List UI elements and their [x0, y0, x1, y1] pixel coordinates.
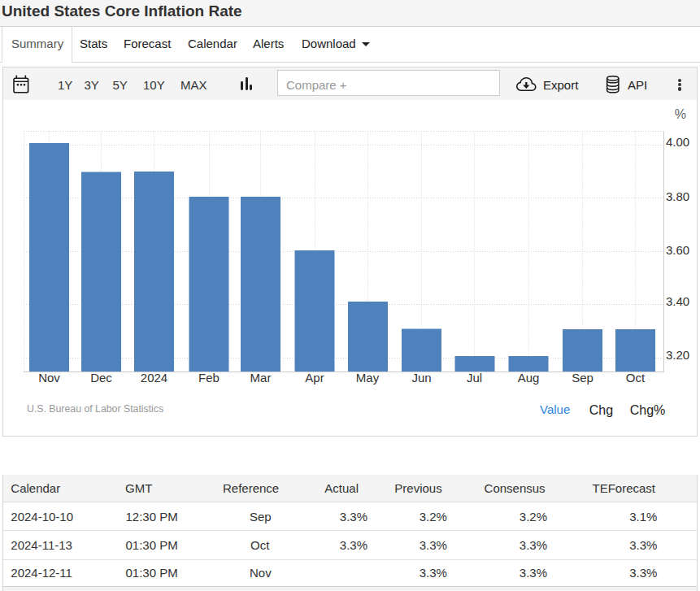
svg-text:3.60: 3.60: [666, 243, 689, 257]
svg-text:4.00: 4.00: [666, 135, 689, 149]
svg-text:Mar: Mar: [250, 371, 272, 385]
svg-text:U.S. Bureau of Labor Statistic: U.S. Bureau of Labor Statistics: [27, 403, 163, 415]
svg-text:2024: 2024: [141, 371, 167, 385]
svg-text:Jul: Jul: [467, 371, 482, 385]
svg-text:Sep: Sep: [572, 371, 593, 385]
svg-text:Jun: Jun: [411, 371, 431, 385]
svg-text:Apr: Apr: [305, 371, 324, 385]
svg-text:Aug: Aug: [518, 371, 540, 385]
svg-text:Dec: Dec: [90, 371, 112, 385]
svg-text:Chg%: Chg%: [630, 403, 666, 417]
svg-text:Feb: Feb: [198, 371, 220, 385]
svg-text:Value: Value: [540, 402, 570, 416]
svg-text:Nov: Nov: [38, 371, 60, 385]
svg-text:Oct: Oct: [626, 371, 646, 385]
svg-text:3.20: 3.20: [666, 348, 689, 362]
svg-text:May: May: [356, 371, 380, 385]
svg-text:3.80: 3.80: [666, 189, 689, 203]
svg-text:%: %: [675, 107, 686, 121]
svg-text:Chg: Chg: [589, 403, 613, 417]
svg-text:3.40: 3.40: [666, 294, 689, 308]
